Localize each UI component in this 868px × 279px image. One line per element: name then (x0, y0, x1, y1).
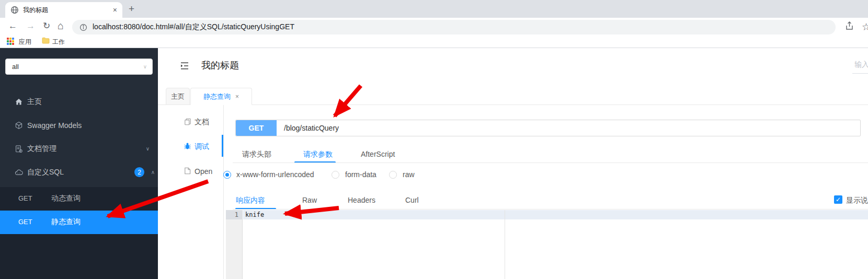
folder-icon (42, 37, 50, 44)
code-editor[interactable]: 1 knife (226, 210, 868, 279)
chevron-down-icon: ∨ (143, 64, 147, 69)
url-bar[interactable]: localhost:8080/doc.html#/all/自定义SQL/stat… (72, 20, 836, 34)
sidebar-item-label: 自定义SQL (27, 168, 64, 177)
bug-icon (184, 142, 191, 150)
radio-label[interactable]: raw (403, 170, 415, 179)
copy-doc-icon (184, 118, 191, 125)
new-tab-button[interactable]: + (129, 3, 134, 15)
response-tab-headers[interactable]: Headers (348, 196, 375, 204)
file-icon (184, 167, 191, 175)
screenshot-root: 我的标题 × + ← → ↻ ⌂ localhost:8080/doc.html… (0, 0, 868, 279)
share-icon[interactable] (844, 21, 854, 31)
chevron-down-icon: ∨ (146, 146, 150, 152)
method-tag: GET (18, 194, 32, 202)
browser-tab-title: 我的标题 (23, 6, 113, 15)
home-icon (15, 98, 23, 106)
doc-tab-label: 静态查询 (203, 92, 231, 101)
radio-raw[interactable] (389, 171, 397, 179)
header-search-input[interactable]: 输入 (854, 60, 868, 69)
sidebar-item-doc-manage[interactable]: 文档管理 ∨ (0, 137, 158, 160)
bookmark-apps[interactable]: 应用 (19, 38, 31, 47)
side-nav-item-doc[interactable]: 文档 (195, 118, 209, 127)
doc-tab-label: 主页 (171, 92, 185, 101)
response-tab-curl[interactable]: Curl (405, 196, 419, 204)
response-tab-content[interactable]: 响应内容 (236, 196, 265, 205)
bookmark-star-icon[interactable]: ☆ (862, 21, 868, 33)
sidebar-submenu: GET 动态查询 GET 静态查询 (0, 187, 158, 279)
annotation-arrow-url (335, 86, 361, 116)
count-badge: 2 (134, 167, 144, 177)
sidebar: all ∨ 主页 Swagger Models 文档管理 ∨ (0, 48, 158, 279)
request-tab-params[interactable]: 请求参数 (303, 150, 333, 159)
submenu-item-label: 动态查询 (51, 194, 81, 203)
sidebar-item-custom-sql[interactable]: 自定义SQL 2 ∧ (0, 160, 158, 184)
radio-x-www-form-urlencoded[interactable] (223, 171, 231, 179)
submenu-item-label: 静态查询 (51, 217, 81, 227)
request-path-input[interactable]: /blog/staticQuery (284, 124, 339, 132)
header-search-underline (852, 73, 868, 74)
doc-manage-icon (15, 145, 23, 153)
code-text: knife (245, 211, 264, 218)
group-select[interactable]: all ∨ (5, 59, 153, 75)
browser-tabstrip: 我的标题 × + (0, 0, 868, 18)
active-nav-indicator (222, 135, 223, 157)
globe-favicon-icon (10, 6, 19, 14)
doc-tab-static-query[interactable]: 静态查询 × (190, 88, 252, 105)
forward-button[interactable]: → (26, 21, 35, 30)
info-icon[interactable] (79, 24, 87, 31)
method-get-button[interactable]: GET (236, 120, 277, 136)
home-button[interactable]: ⌂ (58, 20, 64, 31)
sidebar-item-swagger-models[interactable]: Swagger Models (0, 113, 158, 137)
active-line-highlight (243, 210, 868, 219)
doc-tab-home[interactable]: 主页 (166, 88, 190, 105)
request-url-bar: GET /blog/staticQuery (235, 120, 861, 136)
request-tabs-border (233, 162, 868, 163)
back-button[interactable]: ← (8, 21, 17, 30)
group-select-value: all (12, 63, 19, 71)
show-desc-checkbox[interactable]: ✓ (834, 195, 842, 204)
response-tabs-border (233, 209, 868, 210)
side-nav-item-debug[interactable]: 调试 (195, 142, 209, 152)
browser-tab[interactable]: 我的标题 × (5, 2, 122, 18)
editor-divider (505, 210, 505, 279)
line-number: 1 (226, 211, 238, 218)
sidebar-item-home[interactable]: 主页 (0, 90, 158, 113)
doc-tabs-border (158, 104, 868, 105)
page-title: 我的标题 (201, 59, 239, 72)
models-icon (15, 121, 23, 130)
sidebar-item-label: 文档管理 (27, 144, 56, 154)
cloud-icon (15, 168, 23, 177)
submenu-item-static-query[interactable]: GET 静态查询 (0, 211, 158, 234)
chevron-up-icon: ∧ (151, 169, 155, 175)
submenu-item-dynamic-query[interactable]: GET 动态查询 (0, 187, 158, 211)
show-desc-label: 显示说 (846, 196, 868, 205)
radio-label[interactable]: x-www-form-urlencoded (236, 170, 314, 179)
sidebar-item-label: 主页 (27, 97, 42, 107)
request-tab-headers[interactable]: 请求头部 (242, 150, 271, 159)
sidebar-item-label: Swagger Models (27, 121, 82, 130)
tab-close-icon[interactable]: × (235, 93, 239, 100)
editor-gutter: 1 (226, 210, 243, 279)
check-icon: ✓ (836, 196, 841, 203)
side-nav-item-open[interactable]: Open (195, 167, 212, 176)
reload-button[interactable]: ↻ (43, 21, 50, 30)
radio-form-data[interactable] (332, 171, 339, 179)
request-tab-afterscript[interactable]: AfterScript (361, 150, 395, 158)
menu-fold-icon[interactable] (179, 61, 190, 71)
bookmarks-bar (0, 34, 868, 48)
tab-close-icon[interactable]: × (113, 6, 117, 14)
apps-grid-icon[interactable] (7, 38, 14, 45)
method-tag: GET (18, 218, 32, 226)
response-tab-raw[interactable]: Raw (302, 196, 317, 204)
url-text: localhost:8080/doc.html#/all/自定义SQL/stat… (93, 22, 294, 32)
mini-nav-border (223, 105, 224, 279)
bookmark-work[interactable]: 工作 (52, 38, 65, 47)
radio-label[interactable]: form-data (345, 170, 376, 179)
